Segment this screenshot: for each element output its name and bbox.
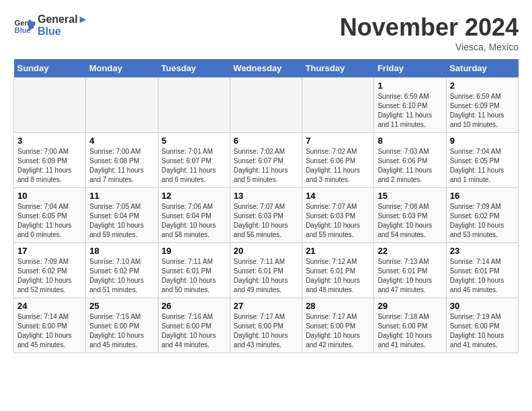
title-block: November 2024 Viesca, Mexico	[340, 13, 519, 52]
day-info: Sunrise: 7:09 AM Sunset: 6:02 PM Dayligh…	[17, 257, 82, 295]
calendar-cell: 22Sunrise: 7:13 AM Sunset: 6:01 PM Dayli…	[374, 243, 446, 298]
calendar-week-5: 24Sunrise: 7:14 AM Sunset: 6:00 PM Dayli…	[14, 298, 519, 353]
calendar-cell: 12Sunrise: 7:06 AM Sunset: 6:04 PM Dayli…	[158, 188, 230, 243]
day-info: Sunrise: 7:00 AM Sunset: 6:09 PM Dayligh…	[17, 147, 82, 185]
calendar-cell: 6Sunrise: 7:02 AM Sunset: 6:07 PM Daylig…	[230, 133, 302, 188]
day-info: Sunrise: 7:07 AM Sunset: 6:03 PM Dayligh…	[306, 202, 370, 240]
day-number: 22	[378, 246, 442, 256]
calendar-cell	[158, 78, 230, 133]
calendar-cell: 25Sunrise: 7:15 AM Sunset: 6:00 PM Dayli…	[86, 298, 158, 353]
day-info: Sunrise: 7:16 AM Sunset: 6:00 PM Dayligh…	[162, 312, 226, 350]
day-info: Sunrise: 7:04 AM Sunset: 6:05 PM Dayligh…	[17, 202, 82, 240]
calendar-table: SundayMondayTuesdayWednesdayThursdayFrid…	[13, 59, 519, 353]
calendar-cell	[14, 78, 86, 133]
calendar-cell: 8Sunrise: 7:03 AM Sunset: 6:06 PM Daylig…	[374, 133, 446, 188]
calendar-cell: 26Sunrise: 7:16 AM Sunset: 6:00 PM Dayli…	[158, 298, 230, 353]
day-number: 26	[162, 301, 226, 311]
day-number: 9	[450, 136, 515, 146]
day-number: 12	[162, 191, 226, 201]
day-number: 24	[17, 301, 82, 311]
calendar-cell	[230, 78, 302, 133]
day-number: 21	[306, 246, 370, 256]
logo-blue: Blue	[38, 26, 88, 38]
day-number: 17	[17, 246, 82, 256]
calendar-cell	[302, 78, 374, 133]
logo: General Blue General► Blue	[13, 13, 88, 37]
logo-icon: General Blue	[13, 15, 35, 36]
day-number: 27	[234, 301, 298, 311]
calendar-cell: 13Sunrise: 7:07 AM Sunset: 6:03 PM Dayli…	[230, 188, 302, 243]
calendar-cell: 17Sunrise: 7:09 AM Sunset: 6:02 PM Dayli…	[14, 243, 86, 298]
col-header-wednesday: Wednesday	[230, 59, 302, 78]
day-info: Sunrise: 7:10 AM Sunset: 6:02 PM Dayligh…	[89, 257, 154, 295]
calendar-cell: 27Sunrise: 7:17 AM Sunset: 6:00 PM Dayli…	[230, 298, 302, 353]
day-number: 30	[450, 301, 515, 311]
day-number: 5	[162, 136, 226, 146]
day-number: 1	[378, 81, 442, 91]
day-info: Sunrise: 6:59 AM Sunset: 6:10 PM Dayligh…	[378, 92, 442, 130]
day-number: 8	[378, 136, 442, 146]
day-number: 4	[89, 136, 154, 146]
day-number: 20	[234, 246, 298, 256]
calendar-cell: 18Sunrise: 7:10 AM Sunset: 6:02 PM Dayli…	[86, 243, 158, 298]
calendar-cell: 10Sunrise: 7:04 AM Sunset: 6:05 PM Dayli…	[14, 188, 86, 243]
svg-text:Blue: Blue	[15, 26, 31, 34]
calendar-cell: 28Sunrise: 7:17 AM Sunset: 6:00 PM Dayli…	[302, 298, 374, 353]
calendar-cell: 21Sunrise: 7:12 AM Sunset: 6:01 PM Dayli…	[302, 243, 374, 298]
calendar-cell: 15Sunrise: 7:08 AM Sunset: 6:03 PM Dayli…	[374, 188, 446, 243]
day-info: Sunrise: 7:06 AM Sunset: 6:04 PM Dayligh…	[162, 202, 226, 240]
logo-general: General	[38, 13, 78, 25]
day-number: 29	[378, 301, 442, 311]
day-info: Sunrise: 7:17 AM Sunset: 6:00 PM Dayligh…	[234, 312, 298, 350]
day-info: Sunrise: 7:07 AM Sunset: 6:03 PM Dayligh…	[234, 202, 298, 240]
day-number: 15	[378, 191, 442, 201]
day-info: Sunrise: 7:14 AM Sunset: 6:01 PM Dayligh…	[450, 257, 515, 295]
calendar-cell: 2Sunrise: 6:59 AM Sunset: 6:09 PM Daylig…	[446, 78, 518, 133]
col-header-tuesday: Tuesday	[158, 59, 230, 78]
day-info: Sunrise: 7:19 AM Sunset: 6:00 PM Dayligh…	[450, 312, 515, 350]
col-header-sunday: Sunday	[14, 59, 86, 78]
day-number: 28	[306, 301, 370, 311]
calendar-cell: 19Sunrise: 7:11 AM Sunset: 6:01 PM Dayli…	[158, 243, 230, 298]
day-number: 7	[306, 136, 370, 146]
calendar-cell: 4Sunrise: 7:00 AM Sunset: 6:08 PM Daylig…	[86, 133, 158, 188]
day-number: 18	[89, 246, 154, 256]
calendar-cell: 20Sunrise: 7:11 AM Sunset: 6:01 PM Dayli…	[230, 243, 302, 298]
col-header-friday: Friday	[374, 59, 446, 78]
day-number: 25	[89, 301, 154, 311]
day-info: Sunrise: 7:18 AM Sunset: 6:00 PM Dayligh…	[378, 312, 442, 350]
day-info: Sunrise: 7:03 AM Sunset: 6:06 PM Dayligh…	[378, 147, 442, 185]
day-info: Sunrise: 7:14 AM Sunset: 6:00 PM Dayligh…	[17, 312, 82, 350]
calendar-cell: 3Sunrise: 7:00 AM Sunset: 6:09 PM Daylig…	[14, 133, 86, 188]
calendar-cell: 14Sunrise: 7:07 AM Sunset: 6:03 PM Dayli…	[302, 188, 374, 243]
calendar-cell: 16Sunrise: 7:09 AM Sunset: 6:02 PM Dayli…	[446, 188, 518, 243]
day-info: Sunrise: 6:59 AM Sunset: 6:09 PM Dayligh…	[450, 92, 515, 130]
day-number: 3	[17, 136, 82, 146]
day-info: Sunrise: 7:01 AM Sunset: 6:07 PM Dayligh…	[162, 147, 226, 185]
page-header: General Blue General► Blue November 2024…	[13, 13, 519, 52]
day-number: 6	[234, 136, 298, 146]
day-number: 14	[306, 191, 370, 201]
location: Viesca, Mexico	[340, 42, 519, 52]
day-info: Sunrise: 7:09 AM Sunset: 6:02 PM Dayligh…	[450, 202, 515, 240]
day-number: 11	[89, 191, 154, 201]
calendar-cell: 9Sunrise: 7:04 AM Sunset: 6:05 PM Daylig…	[446, 133, 518, 188]
calendar-week-2: 3Sunrise: 7:00 AM Sunset: 6:09 PM Daylig…	[14, 133, 519, 188]
calendar-cell: 30Sunrise: 7:19 AM Sunset: 6:00 PM Dayli…	[446, 298, 518, 353]
day-info: Sunrise: 7:02 AM Sunset: 6:07 PM Dayligh…	[234, 147, 298, 185]
day-info: Sunrise: 7:12 AM Sunset: 6:01 PM Dayligh…	[306, 257, 370, 295]
month-title: November 2024	[340, 13, 519, 42]
calendar-cell: 7Sunrise: 7:02 AM Sunset: 6:06 PM Daylig…	[302, 133, 374, 188]
day-info: Sunrise: 7:11 AM Sunset: 6:01 PM Dayligh…	[162, 257, 226, 295]
calendar-cell: 23Sunrise: 7:14 AM Sunset: 6:01 PM Dayli…	[446, 243, 518, 298]
day-number: 10	[17, 191, 82, 201]
day-info: Sunrise: 7:08 AM Sunset: 6:03 PM Dayligh…	[378, 202, 442, 240]
day-info: Sunrise: 7:11 AM Sunset: 6:01 PM Dayligh…	[234, 257, 298, 295]
calendar-cell	[86, 78, 158, 133]
col-header-thursday: Thursday	[302, 59, 374, 78]
day-number: 16	[450, 191, 515, 201]
calendar-cell: 5Sunrise: 7:01 AM Sunset: 6:07 PM Daylig…	[158, 133, 230, 188]
col-header-monday: Monday	[86, 59, 158, 78]
day-info: Sunrise: 7:02 AM Sunset: 6:06 PM Dayligh…	[306, 147, 370, 185]
day-info: Sunrise: 7:13 AM Sunset: 6:01 PM Dayligh…	[378, 257, 442, 295]
